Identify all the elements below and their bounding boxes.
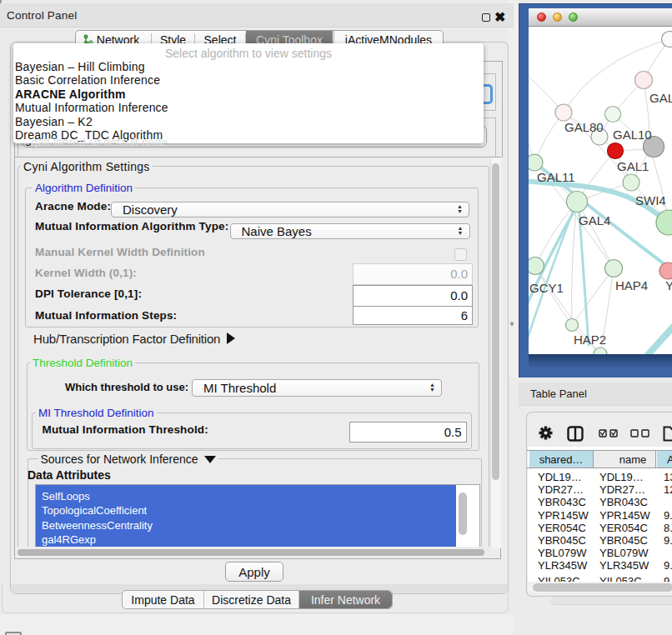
svg-text:SWI4: SWI4 (635, 193, 666, 208)
svg-text:GCY1: GCY1 (529, 281, 564, 295)
svg-text:GAL1: GAL1 (617, 159, 649, 173)
svg-text:GAL7: GAL7 (649, 91, 672, 105)
svg-text:GAL10: GAL10 (613, 128, 652, 142)
svg-text:GAL11: GAL11 (537, 170, 575, 184)
svg-text:GAL80: GAL80 (564, 120, 604, 134)
svg-text:YP: YP (665, 278, 672, 292)
svg-text:HAP4: HAP4 (615, 278, 648, 292)
svg-text:GAL4: GAL4 (579, 213, 610, 228)
svg-text:HAP2: HAP2 (574, 332, 606, 347)
